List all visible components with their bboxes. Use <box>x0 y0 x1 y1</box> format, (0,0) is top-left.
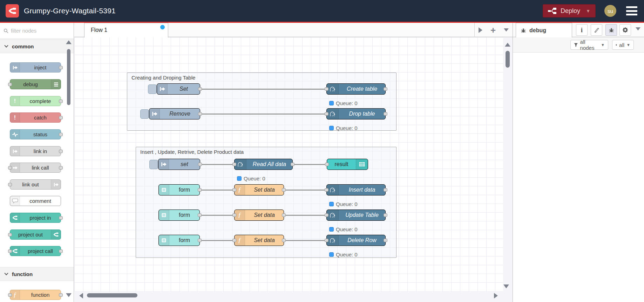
output-port[interactable] <box>291 163 294 166</box>
flow-node-create-table[interactable]: Create table <box>326 83 386 95</box>
deploy-options-caret[interactable]: ▼ <box>586 8 590 14</box>
deploy-button[interactable]: Deploy ▼ <box>543 4 596 18</box>
palette-category-common[interactable]: common <box>0 39 74 53</box>
input-port[interactable] <box>232 239 236 242</box>
palette-node-link-call[interactable]: link call <box>10 163 61 173</box>
palette-node-complete[interactable]: ! complete <box>10 96 61 106</box>
flow-node-form-1[interactable]: form <box>158 184 200 195</box>
output-port[interactable] <box>198 239 202 242</box>
flow-node-insert-data[interactable]: Insert data <box>326 184 386 195</box>
wire[interactable] <box>201 240 234 241</box>
input-port[interactable] <box>325 213 328 217</box>
table-icon <box>356 159 368 170</box>
output-port[interactable] <box>282 239 286 242</box>
flow-canvas[interactable]: Creating and Droping Table Insert , Upda… <box>74 37 513 302</box>
canvas-scroll-left-arrow[interactable] <box>79 293 83 298</box>
add-flow-button[interactable]: + <box>490 27 496 34</box>
flow-node-set-data-2[interactable]: ƒ Set data <box>234 210 284 221</box>
flow-node-update-table[interactable]: Update Table <box>326 210 386 221</box>
wire[interactable] <box>200 89 326 90</box>
palette-scroll-down-arrow[interactable] <box>66 293 72 297</box>
avatar-initials: su <box>608 8 613 14</box>
wire[interactable] <box>294 164 327 165</box>
wire[interactable] <box>200 114 326 115</box>
inject-trigger-button[interactable] <box>149 160 158 169</box>
sidebar-options-caret[interactable] <box>636 27 640 30</box>
palette-category-function[interactable]: function <box>0 267 74 281</box>
input-port[interactable] <box>232 188 236 192</box>
palette-node-status[interactable]: status <box>10 129 61 139</box>
user-avatar[interactable]: su <box>604 5 616 17</box>
debug-sidebar-button[interactable] <box>605 24 617 36</box>
flow-node-inject-set[interactable]: Set <box>157 83 200 95</box>
palette-node-debug[interactable]: debug <box>10 79 61 89</box>
palette-node-catch[interactable]: ! catch <box>10 112 61 123</box>
palette-node-link-out[interactable]: link out <box>10 179 61 190</box>
chevron-down-icon <box>4 271 8 275</box>
flow-tab-label: Flow 1 <box>91 27 107 33</box>
palette-node-link-in[interactable]: link in <box>10 146 61 156</box>
output-port[interactable] <box>384 239 387 242</box>
debug-clear-button[interactable]: all ▼ <box>612 40 634 50</box>
inject-trigger-button[interactable] <box>148 84 157 94</box>
palette-scrollbar-thumb[interactable] <box>67 49 70 105</box>
palette-node-project-call[interactable]: project call <box>10 246 61 256</box>
palette-node-function[interactable]: ƒ function <box>10 290 61 300</box>
wire[interactable] <box>200 164 234 165</box>
output-port[interactable] <box>282 188 286 192</box>
flow-node-result-debug[interactable]: result <box>327 159 368 170</box>
flow-node-set-data-3[interactable]: ƒ Set data <box>234 235 284 246</box>
flow-node-inject-remove[interactable]: Remove <box>149 108 200 119</box>
help-sidebar-button[interactable] <box>591 24 602 36</box>
input-port[interactable] <box>325 188 328 192</box>
output-port[interactable] <box>384 213 387 217</box>
input-port[interactable] <box>325 163 329 166</box>
wire[interactable] <box>285 190 326 191</box>
output-port[interactable] <box>384 87 387 91</box>
canvas-scroll-up-arrow[interactable] <box>505 43 510 47</box>
palette-node-inject[interactable]: inject <box>10 62 61 73</box>
input-port[interactable] <box>325 112 328 116</box>
canvas-vertical-scrollbar-thumb[interactable] <box>506 51 510 68</box>
wire[interactable] <box>285 240 326 241</box>
output-port[interactable] <box>198 163 202 166</box>
wire[interactable] <box>285 215 326 216</box>
palette-search-input[interactable] <box>11 28 63 34</box>
palette-node-project-out[interactable]: project out <box>10 229 61 240</box>
main-menu-button[interactable] <box>626 6 637 15</box>
flow-node-set-data-1[interactable]: ƒ Set data <box>234 184 284 195</box>
output-port[interactable] <box>282 213 286 217</box>
inject-trigger-button[interactable] <box>140 109 149 119</box>
output-port[interactable] <box>198 87 202 91</box>
tab-flow-1[interactable]: Flow 1 <box>84 23 168 37</box>
canvas-scroll-right-arrow[interactable] <box>494 293 498 298</box>
output-port[interactable] <box>198 188 202 192</box>
config-nodes-sidebar-button[interactable] <box>619 24 631 36</box>
flow-node-form-2[interactable]: form <box>158 210 200 221</box>
canvas-horizontal-scrollbar-thumb[interactable] <box>87 293 137 297</box>
tab-scroll-right-button[interactable] <box>479 27 482 33</box>
output-port[interactable] <box>384 188 387 192</box>
palette-node-project-in[interactable]: project in <box>10 213 61 223</box>
palette-scroll-up-arrow[interactable] <box>66 40 72 44</box>
input-port[interactable] <box>232 213 236 217</box>
input-port[interactable] <box>325 239 328 242</box>
output-port[interactable] <box>384 112 387 116</box>
output-port[interactable] <box>198 112 202 116</box>
input-port[interactable] <box>232 163 236 166</box>
output-port[interactable] <box>198 213 202 217</box>
wire[interactable] <box>201 190 234 191</box>
tab-debug[interactable]: debug <box>516 23 572 37</box>
input-port[interactable] <box>325 87 328 91</box>
flow-node-drop-table[interactable]: Drop table <box>326 108 386 119</box>
flow-node-form-3[interactable]: form <box>158 235 200 246</box>
flow-list-dropdown-button[interactable] <box>504 28 509 32</box>
debug-filter-button[interactable]: all nodes ▼ <box>570 40 608 50</box>
flow-node-read-all-data[interactable]: Read All data <box>234 159 293 170</box>
info-sidebar-button[interactable]: i <box>576 24 588 36</box>
canvas-scroll-down-arrow[interactable] <box>503 284 509 288</box>
flow-node-delete-row[interactable]: Delete Row <box>326 235 386 246</box>
palette-node-comment[interactable]: comment <box>10 196 61 206</box>
wire[interactable] <box>201 215 234 216</box>
flow-node-inject-set-lower[interactable]: set <box>158 159 200 170</box>
